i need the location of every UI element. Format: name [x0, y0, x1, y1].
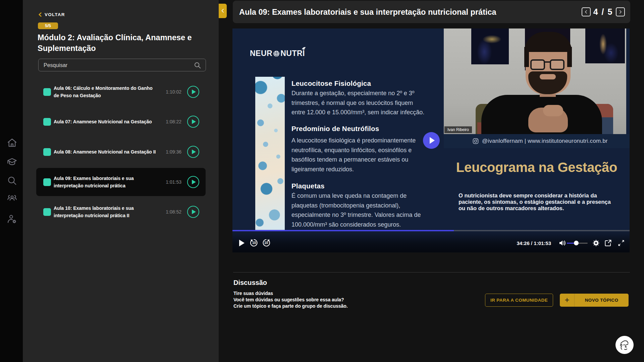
svg-text:10: 10: [264, 241, 268, 245]
svg-text:10: 10: [252, 241, 256, 245]
